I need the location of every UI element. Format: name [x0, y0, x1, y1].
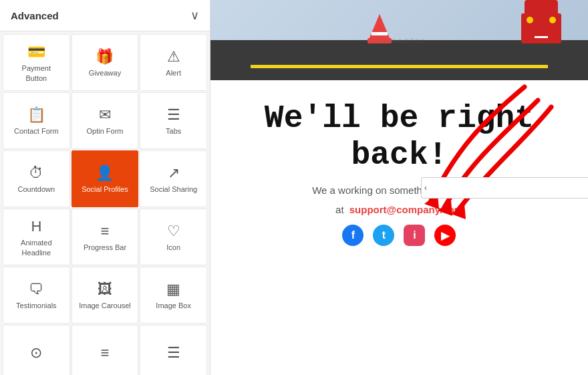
- social-sharing-icon: ↗: [168, 166, 180, 180]
- contact-line: at support@company.com: [335, 204, 463, 215]
- widget-payment-button[interactable]: 💳Payment Button: [3, 34, 70, 91]
- widget-social-profiles[interactable]: 👤Social Profiles: [71, 150, 139, 207]
- icon-label: Icon: [166, 243, 180, 252]
- widget-tabs[interactable]: ☰Tabs: [140, 92, 207, 149]
- social-twitter-icon[interactable]: t: [373, 225, 394, 246]
- widget-18-icon: ☰: [167, 346, 180, 360]
- giveaway-icon: 🎁: [96, 49, 114, 64]
- social-facebook-icon[interactable]: f: [342, 225, 363, 246]
- panel-collapse-handle[interactable]: ‹: [421, 177, 588, 199]
- image-carousel-label: Image Carousel: [79, 301, 131, 310]
- image-box-label: Image Box: [156, 301, 191, 310]
- widget-optin-form[interactable]: ✉Optin Form: [71, 92, 139, 149]
- robot-eye-2: [549, 17, 556, 23]
- title-text: We'll be right back!: [265, 100, 534, 173]
- widget-testimonials[interactable]: 🗨Testimonials: [3, 267, 70, 324]
- countdown-icon: ⏱: [29, 166, 43, 180]
- widget-progress-bar[interactable]: ≡Progress Bar: [71, 209, 139, 265]
- social-profiles-label: Social Profiles: [82, 184, 128, 194]
- social-sharing-label: Social Sharing: [150, 184, 197, 194]
- contact-email[interactable]: support@company.com: [349, 204, 463, 215]
- robot-figure: [514, 0, 568, 47]
- widget-16-icon: ⊙: [30, 346, 42, 360]
- optin-form-icon: ✉: [99, 108, 111, 122]
- payment-button-icon: 💳: [27, 45, 45, 59]
- testimonials-icon: 🗨: [29, 282, 43, 297]
- widget-alert[interactable]: ⚠Alert: [140, 34, 207, 91]
- cone-body: [369, 14, 390, 39]
- widget-icon[interactable]: ♡Icon: [140, 209, 207, 265]
- widget-social-sharing[interactable]: ↗Social Sharing: [140, 150, 207, 207]
- widget-17-icon: ≡: [101, 346, 110, 360]
- tabs-label: Tabs: [166, 126, 181, 136]
- right-panel: elementor We'll be right back! We a work…: [210, 0, 588, 375]
- countdown-label: Countdown: [18, 184, 55, 194]
- panel-collapse-arrow[interactable]: ∨: [190, 8, 199, 23]
- progress-bar-icon: ≡: [101, 224, 110, 239]
- robot-head: [525, 0, 558, 13]
- icon-icon: ♡: [167, 224, 180, 239]
- alert-label: Alert: [166, 68, 181, 78]
- contact-form-icon: 📋: [27, 108, 45, 122]
- traffic-cone: [369, 14, 392, 43]
- optin-form-label: Optin Form: [86, 126, 123, 136]
- panel-title: Advanced: [11, 10, 59, 21]
- panel-header: Advanced ∨: [0, 0, 210, 31]
- tabs-icon: ☰: [167, 108, 180, 122]
- alert-icon: ⚠: [167, 49, 180, 64]
- main-message: We'll be right back! We a working on som…: [238, 80, 561, 375]
- testimonials-label: Testimonials: [16, 301, 57, 310]
- widget-image-box[interactable]: ▦Image Box: [140, 267, 207, 324]
- progress-bar-label: Progress Bar: [84, 243, 126, 252]
- robot-mouth: [535, 36, 548, 38]
- cone-stripe: [372, 32, 388, 35]
- social-profiles-icon: 👤: [96, 166, 114, 180]
- coming-soon-title: We'll be right back!: [265, 100, 534, 174]
- image-carousel-icon: 🖼: [98, 282, 112, 297]
- contact-form-label: Contact Form: [14, 126, 59, 136]
- widget-widget-18[interactable]: ☰: [140, 325, 207, 375]
- widget-widget-16[interactable]: ⊙: [3, 325, 70, 375]
- widget-image-carousel[interactable]: 🖼Image Carousel: [71, 267, 139, 324]
- social-icons-row: fti▶: [342, 225, 456, 246]
- social-instagram-icon[interactable]: i: [404, 225, 425, 246]
- giveaway-label: Giveaway: [89, 68, 121, 78]
- widget-countdown[interactable]: ⏱Countdown: [3, 150, 70, 207]
- widget-contact-form[interactable]: 📋Contact Form: [3, 92, 70, 149]
- social-youtube-icon[interactable]: ▶: [434, 225, 456, 246]
- left-panel: Advanced ∨ 💳Payment Button🎁Giveaway⚠Aler…: [0, 0, 210, 375]
- widget-grid: 💳Payment Button🎁Giveaway⚠Alert📋Contact F…: [0, 31, 210, 375]
- animated-headline-label: Animated Headline: [21, 238, 51, 257]
- construction-image: elementor: [210, 0, 588, 80]
- animated-headline-icon: H: [31, 219, 41, 234]
- payment-button-label: Payment Button: [22, 64, 51, 83]
- road-line: [251, 65, 548, 68]
- robot-body: [521, 13, 561, 43]
- cone-base: [368, 38, 392, 43]
- contact-prefix: at: [335, 204, 344, 215]
- widget-widget-17[interactable]: ≡: [71, 325, 139, 375]
- robot-eye: [527, 17, 533, 23]
- widget-giveaway[interactable]: 🎁Giveaway: [71, 34, 139, 91]
- image-box-icon: ▦: [166, 282, 180, 297]
- widget-animated-headline[interactable]: HAnimated Headline: [3, 209, 70, 265]
